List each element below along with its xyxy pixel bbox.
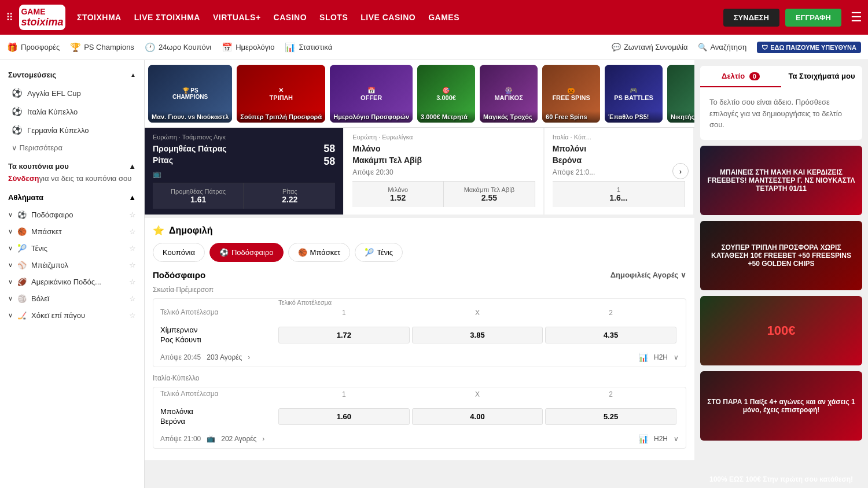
markets-link-2[interactable]: 202 Αγορές [221, 435, 256, 443]
prosfores-link[interactable]: 🎁 Προσφορές [7, 42, 60, 53]
odd-2-1[interactable]: 1.60 [278, 408, 410, 425]
nav-live-casino[interactable]: LIVE CASINO [361, 13, 415, 22]
betslip-tabs: Δελτίο 0 Τα Στοιχήματά μου [700, 66, 862, 87]
site-logo[interactable]: GAMEstoixima [19, 5, 65, 30]
responsible-gaming-badge: 🛡 ΕΔΩ ΠΑΙΖΟΥΜΕ ΥΠΕΥΘΥΝΑ [757, 42, 861, 53]
promo-card-magic[interactable]: 🎡ΜΑΓΙΚΟΣ Μαγικός Τροχός [480, 65, 538, 123]
shortcut-germany-cup[interactable]: ⚽ Γερμανία Κύπελλο [0, 121, 144, 139]
promo-card-timer[interactable]: 🎯3.000€ 3.000€ Μετρητά [417, 65, 475, 123]
favorite-icon[interactable]: ☆ [129, 311, 136, 320]
live-chat-button[interactable]: 💬 Ζωντανή Συνομιλία [612, 43, 688, 51]
chevron-down-icon: ∨ [8, 245, 13, 252]
nav-live-stoixima[interactable]: LIVE ΣΤΟΙΧΗΜΑ [134, 13, 200, 22]
odd-1-1[interactable]: 1.72 [278, 327, 410, 343]
odd-2-x[interactable]: 4.00 [412, 408, 543, 425]
tab-tennis[interactable]: 🎾 Τένις [355, 243, 403, 262]
football-icon: ⚽ [12, 88, 23, 98]
nav-casino[interactable]: CASINO [274, 13, 307, 22]
promo-card-super-tripla[interactable]: ✕ΤΡΙΠΛΗ Σούπερ Τριπλή Προσφορά [237, 65, 325, 123]
search-icon: 🔍 [698, 43, 707, 51]
chevron-down-icon: ∨ [8, 261, 13, 269]
match1-odd-2[interactable]: Ρίτας 2.22 [244, 183, 335, 209]
stats-link[interactable]: 📊 Στατιστικά [285, 42, 332, 53]
popular-header: ⭐ Δημοφιλή [153, 225, 686, 236]
main-nav-links: ΣΤΟΙΧΗΜΑ LIVE ΣΤΟΙΧΗΜΑ VIRTUALS+ CASINO … [77, 13, 712, 22]
tripla-banner[interactable]: ΣΟΥΠΕΡ ΤΡΙΠΛΗ ΠΡΟΣΦΟΡΑ ΧΩΡΙΣ ΚΑΤΑΘΕΣΗ 10… [700, 221, 862, 290]
clock-icon: 🕐 [145, 42, 156, 53]
markets-link-1[interactable]: 203 Αγορές [207, 353, 242, 361]
24h-coupon-link[interactable]: 🕐 24ωρο Κουπόνι [145, 42, 211, 53]
shortcuts-more[interactable]: ∨ Περισσότερα [0, 139, 144, 156]
sport-basketball[interactable]: ∨ 🏀 Μπάσκετ ☆ [0, 223, 144, 240]
table-row: Τελικό Αποτέλεσμα Τελικό Αποτέλεσμα 1 X … [153, 298, 686, 367]
login-button[interactable]: ΣΥΝΔΕΣΗ [723, 9, 779, 27]
popular-markets-dropdown[interactable]: Δημοφιλείς Αγορές ∨ [610, 271, 686, 279]
nav-virtuals[interactable]: VIRTUALS+ [213, 13, 261, 22]
nav-games[interactable]: GAMES [428, 13, 459, 22]
my-coupons-section: Τα κουπόνια μου ▲ Σύνδεσηγια να δεις τα … [0, 156, 144, 188]
h2h-link-2[interactable]: H2H [654, 435, 668, 443]
live-match-1: Ευρώπη · Τσάμπιονς Λιγκ Προμηθέας Πάτρας… [145, 128, 344, 215]
promo-card-free-spins[interactable]: 🎃FREE SPINS 60 Free Spins [542, 65, 600, 123]
favorite-icon[interactable]: ☆ [129, 227, 136, 236]
sports-header[interactable]: Αθλήματα ▲ [0, 188, 144, 206]
match3-odd-1[interactable]: 1 1.6... [553, 182, 685, 207]
sport-american-football[interactable]: ∨ 🏈 Αμερικάνικο Ποδός... ☆ [0, 273, 144, 290]
sport-football[interactable]: ∨ ⚽ Ποδόσφαιρο ☆ [0, 206, 144, 223]
grid-icon[interactable]: ⠿ [6, 11, 13, 24]
para1-banner[interactable]: ΣΤΟ ΠΑΡΑ 1 Παίξε 4+ αγώνες και αν χάσεις… [700, 371, 862, 441]
promo-card-nikitis[interactable]: 🏅C27 Νικητής Εβδομάδας [667, 65, 694, 123]
nav-stoixima[interactable]: ΣΤΟΙΧΗΜΑ [77, 13, 122, 22]
tab-coupons[interactable]: Κουπόνια [153, 243, 205, 262]
secondary-navigation: 🎁 Προσφορές 🏆 PS Champions 🕐 24ωρο Κουπό… [0, 35, 868, 60]
search-button[interactable]: 🔍 Αναζήτηση [698, 43, 746, 51]
freebets-banner[interactable]: ΜΠΑΙΝΕΙΣ ΣΤΗ ΜΑΧΗ ΚΑΙ ΚΕΡΔΙΖΕΙΣ FREEBETS… [700, 146, 862, 215]
my-coupons-header[interactable]: Τα κουπόνια μου ▲ [8, 162, 136, 171]
odd-1-2[interactable]: 4.35 [545, 327, 676, 343]
favorite-icon[interactable]: ☆ [129, 278, 136, 286]
betslip-empty-message: Το δελτίο σου είναι άδειο. Πρόσθεσε επιλ… [700, 87, 862, 140]
favorite-icon[interactable]: ☆ [129, 261, 136, 269]
favorite-icon[interactable]: ☆ [129, 244, 136, 253]
match2-odd-2[interactable]: Μακάμπι Τελ Αβίβ 2.55 [444, 182, 535, 207]
favorite-icon[interactable]: ☆ [129, 294, 136, 303]
odd-1-x[interactable]: 3.85 [412, 327, 543, 343]
betslip-tab-delta[interactable]: Δελτίο 0 [700, 66, 781, 87]
favorite-icon[interactable]: ☆ [129, 210, 136, 219]
promo-card-offer[interactable]: 📅OFFER Ημερολόγιο Προσφορών [330, 65, 413, 123]
hamburger-icon[interactable]: ☰ [851, 10, 862, 25]
football-icon: ⚽ [12, 106, 23, 117]
100-banner[interactable]: 100€ 100% ΕΩΣ 100€ Στην πρώτη σου κατάθε… [700, 296, 862, 365]
match2-odd-1[interactable]: Μιλάνο 1.52 [352, 182, 444, 207]
sidebar-signin-link[interactable]: Σύνδεση [8, 174, 39, 183]
calendar-link[interactable]: 📅 Ημερολόγιο [222, 42, 274, 53]
chevron-down-icon: ∨ [8, 312, 13, 319]
tab-basketball[interactable]: 🏀 Μπάσκετ [288, 243, 351, 262]
promo-card-ps5[interactable]: 🎮PS BATTLES Έπαθλο PS5! [605, 65, 663, 123]
sport-baseball[interactable]: ∨ ⚾ Μπέιζμπολ ☆ [0, 257, 144, 273]
sport-ice-hockey[interactable]: ∨ 🏒 Χόκεϊ επί πάγου ☆ [0, 307, 144, 324]
nav-slots[interactable]: SLOTS [319, 13, 348, 22]
promo-card-ps-champions[interactable]: 🏆 PSCHAMPIONS Μαν. Γιουν. vs Νιούκαστλ [148, 65, 232, 123]
tv-icon: 📺 [207, 435, 215, 443]
shortcut-italia-cup[interactable]: ⚽ Ιταλία Κύπελλο [0, 102, 144, 121]
shortcuts-header[interactable]: Συντομεύσεις ▲ [0, 66, 144, 84]
shortcuts-toggle-icon: ▲ [130, 72, 136, 78]
match2-odds-row: Μιλάνο 1.52 Μακάμπι Τελ Αβίβ 2.55 [352, 181, 535, 207]
register-button[interactable]: ΕΓΓΡΑΦΗ [785, 9, 841, 27]
match-row-footer-2: Απόψε 21:00 📺 202 Αγορές › 📊 H2H ∨ [153, 432, 686, 448]
live-match-2: Ευρώπη · Ευρωλίγκα Μιλάνο Μακάμπι Τελ Αβ… [344, 128, 544, 215]
bar-chart-icon: 📊 [638, 434, 648, 443]
h2h-link-1[interactable]: H2H [654, 353, 668, 361]
sport-volleyball[interactable]: ∨ 🏐 Βόλεϊ ☆ [0, 290, 144, 307]
betslip-tab-my-bets[interactable]: Τα Στοιχήματά μου [781, 66, 862, 87]
match1-odd-1[interactable]: Προμηθέας Πάτρας 1.61 [153, 183, 244, 209]
match-nav-next-button[interactable]: › [672, 163, 689, 179]
odd-2-2[interactable]: 5.25 [545, 408, 676, 425]
freebets-banner-image: ΜΠΑΙΝΕΙΣ ΣΤΗ ΜΑΧΗ ΚΑΙ ΚΕΡΔΙΖΕΙΣ FREEBETS… [700, 146, 862, 215]
tab-football[interactable]: ⚽ Ποδόσφαιρο [209, 243, 284, 262]
match1-odds-row: Προμηθέας Πάτρας 1.61 Ρίτας 2.22 [153, 183, 335, 209]
sport-tennis[interactable]: ∨ 🎾 Τένις ☆ [0, 240, 144, 257]
ps-champions-link[interactable]: 🏆 PS Champions [70, 42, 134, 53]
shortcut-efl-cup[interactable]: ⚽ Αγγλία EFL Cup [0, 84, 144, 102]
